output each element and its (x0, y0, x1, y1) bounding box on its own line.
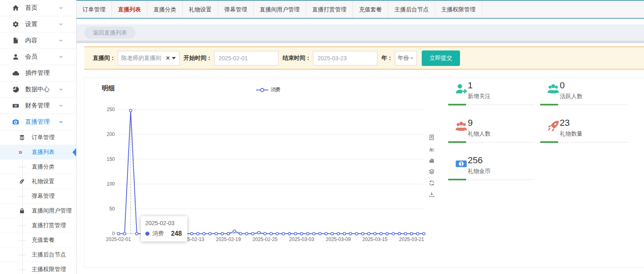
stat-value: 1 (468, 80, 473, 91)
sidebar-item[interactable]: 直播管理 (0, 114, 76, 130)
tab-item[interactable]: 直播打赏管理 (306, 1, 353, 18)
start-time-label: 开始时间： (184, 55, 212, 62)
stack-icon[interactable] (429, 169, 435, 175)
sidebar-item-label: 插件管理 (25, 69, 50, 77)
detail-chart-card: 明细 消费 0501001502002502025-02-012025-02-0… (84, 77, 644, 268)
consumption-line-chart[interactable]: 0501001502002502025-02-012025-02-072025-… (85, 78, 427, 254)
svg-text:250: 250 (107, 107, 115, 112)
chevron-down-icon (58, 119, 64, 125)
rocket-icon (547, 120, 560, 132)
submit-button[interactable]: 立即提交 (422, 50, 460, 66)
sidebar-item-label: 首页 (25, 4, 37, 12)
svg-text:2025-03-09: 2025-03-09 (326, 237, 351, 242)
svg-text:2025-03-21: 2025-03-21 (399, 237, 424, 242)
stat-label: 礼物数量 (560, 130, 583, 138)
tab-item[interactable]: 主播权限管理 (435, 1, 482, 18)
tab-item[interactable]: 弹幕管理 (218, 1, 254, 18)
tree-stub (18, 255, 26, 255)
stats-panel: 1新增关注0活跃人数9礼物人数23礼物数量1256礼物金币 (448, 80, 629, 181)
stat-label: 活跃人数 (560, 93, 583, 100)
tab-item[interactable]: 订单管理 (77, 1, 112, 18)
sidebar-subitem[interactable]: 主播后台节点 (0, 248, 76, 262)
file-icon (12, 37, 19, 44)
tab-item[interactable]: 主播后台节点 (388, 1, 435, 18)
sidebar-item[interactable]: 数据中心 (0, 81, 76, 98)
room-label: 直播间： (93, 55, 116, 62)
bar-chart-icon[interactable] (429, 157, 435, 163)
tab-item[interactable]: 礼物设置 (183, 1, 218, 18)
sidebar-subitem-label: 主播后台节点 (32, 251, 66, 259)
svg-text:0: 0 (112, 231, 115, 237)
sidebar-item[interactable]: 会员 (0, 49, 76, 65)
pie-icon (12, 86, 19, 93)
chevron-down-icon (58, 54, 64, 59)
sidebar-subitem[interactable]: 直播打赏管理 (0, 218, 76, 233)
chevron-down-icon (58, 87, 64, 92)
sidebar-subitem[interactable]: 直播分类 (0, 160, 76, 174)
sidebar-subitem-label: 直播列表 (32, 149, 55, 156)
tree-stub (18, 226, 26, 226)
stat-green-bar (448, 104, 466, 105)
download-icon[interactable] (429, 191, 435, 197)
svg-text:2025-02-25: 2025-02-25 (252, 237, 278, 242)
stat-label: 礼物金币 (468, 168, 491, 175)
tab-item[interactable]: 直播分类 (147, 1, 183, 18)
restore-icon[interactable] (429, 180, 435, 186)
stat-label: 礼物人数 (468, 130, 491, 138)
chevron-down-icon (58, 103, 64, 108)
sidebar-item[interactable]: 插件管理 (0, 65, 76, 81)
main-content: 订单管理直播列表直播分类礼物设置弹幕管理直播间用户管理直播打赏管理充值套餐主播后… (77, 0, 644, 274)
tab-item[interactable]: 直播间用户管理 (254, 1, 306, 18)
clear-icon[interactable]: × (166, 55, 170, 61)
active-marker-triangle-icon (72, 148, 76, 156)
sidebar-item-label: 数据中心 (25, 85, 50, 93)
end-time-input[interactable] (313, 51, 377, 66)
sidebar-subitem[interactable]: »直播列表 (0, 145, 76, 160)
stat-value: 9 (468, 118, 473, 128)
line-chart-icon[interactable] (429, 146, 435, 152)
tab-item[interactable]: 直播列表 (112, 1, 147, 18)
sidebar-subitem[interactable]: 礼物设置 (0, 174, 76, 189)
data-view-icon[interactable] (429, 134, 435, 140)
year-label: 年： (381, 55, 393, 62)
sidebar-subitem[interactable]: 弹幕管理 (0, 189, 76, 204)
filter-bar: 直播间： 陈老师的直播间 × 开始时间： 结束时间： 年： 年份 立即提交 (84, 46, 644, 70)
sidebar-subitem[interactable]: 充值套餐 (0, 233, 76, 248)
stat-green-bar (540, 141, 558, 143)
stat-value: 0 (560, 80, 565, 91)
stat-value: 23 (560, 118, 570, 128)
year-select[interactable]: 年份 (395, 51, 417, 66)
sidebar-subitem[interactable]: 主播权限管理 (0, 262, 76, 274)
svg-text:200: 200 (107, 132, 115, 137)
tooltip-value: 248 (171, 230, 182, 237)
sidebar-item[interactable]: 首页 (0, 0, 76, 16)
sidebar-subitem[interactable]: 直播间用户管理 (0, 204, 76, 218)
sidebar-subitem-label: 直播分类 (32, 163, 55, 171)
sidebar-item[interactable]: 0财务管理 (0, 98, 76, 114)
user-icon (12, 53, 19, 60)
room-select[interactable]: 陈老师的直播间 × (118, 51, 180, 66)
svg-text:100: 100 (107, 181, 115, 187)
tooltip-series-name: 消费 (152, 230, 164, 237)
tab-item[interactable]: 充值套餐 (353, 1, 388, 18)
home-icon (12, 4, 19, 11)
sidebar-subitem-label: 弹幕管理 (32, 193, 55, 200)
chevron-down-icon (58, 5, 64, 11)
sidebar-subitem-label: 直播打赏管理 (32, 222, 66, 229)
tree-stub (18, 196, 26, 197)
sidebar-subitem[interactable]: 订单管理 (0, 130, 76, 145)
banknote-icon: 1 (455, 158, 468, 170)
sidebar-item-label: 财务管理 (25, 102, 50, 110)
sidebar-item-label: 会员 (25, 53, 37, 61)
back-to-live-list-button[interactable]: 返回直播列表 (84, 26, 136, 39)
chart-toolbox (429, 134, 435, 197)
sidebar-item[interactable]: 设置 (0, 16, 76, 33)
sidebar-item[interactable]: 内容 (0, 33, 76, 49)
tree-stub (18, 270, 26, 270)
stat-item: 1256礼物金币 (448, 155, 534, 181)
angles-right-icon: » (18, 148, 22, 156)
start-time-input[interactable] (214, 51, 278, 66)
tree-stub (18, 240, 26, 241)
stat-item: 1新增关注 (448, 80, 534, 106)
sidebar: 首页设置内容会员插件管理数据中心0财务管理直播管理 订单管理»直播列表直播分类礼… (0, 0, 77, 274)
